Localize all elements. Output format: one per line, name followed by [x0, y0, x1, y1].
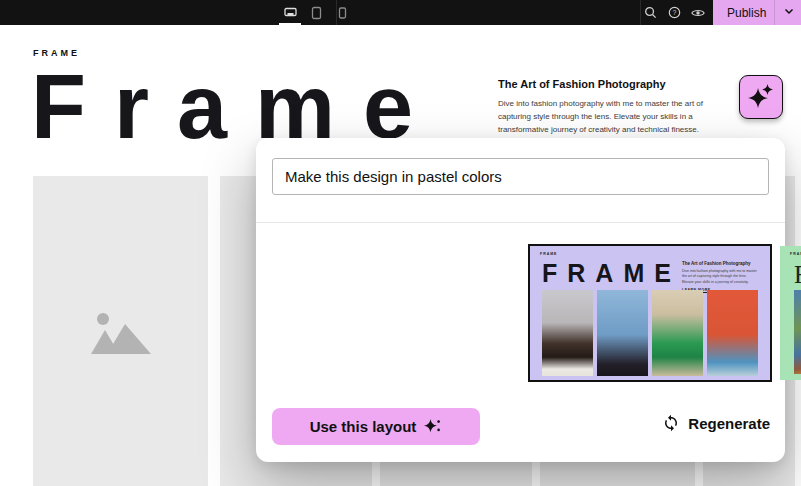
variant-photo-row: [794, 290, 801, 374]
figma-sites-editor: ? Publish FRAME Frame The Art of Fashion…: [0, 0, 801, 486]
prompt-input[interactable]: [272, 158, 769, 195]
article-title: The Art of Fashion Photography: [498, 78, 712, 90]
regenerate-label: Regenerate: [688, 415, 770, 432]
article-block: The Art of Fashion Photography Dive into…: [498, 78, 712, 136]
publish-button[interactable]: Publish: [713, 0, 801, 25]
photo-green-pants-handbag: [652, 290, 703, 376]
tablet-icon: [311, 6, 322, 20]
svg-text:?: ?: [672, 9, 676, 16]
mobile-icon: [338, 7, 347, 19]
tab-desktop-preview[interactable]: [282, 0, 298, 25]
photo-arm-orange-ball: [794, 290, 801, 374]
regenerate-button[interactable]: Regenerate: [662, 414, 770, 432]
photo-model-orange-bg: [707, 290, 758, 376]
search-icon[interactable]: [643, 6, 657, 20]
toolbar-divider: [336, 0, 337, 25]
layout-variant-lilac[interactable]: FRAME FRAME The Art of Fashion Photograp…: [528, 244, 772, 382]
variant-corner-label: FRAME: [790, 252, 801, 256]
chevron-down-icon: [784, 8, 794, 15]
toolbar-right-actions: ?: [643, 0, 705, 25]
use-this-layout-label: Use this layout: [310, 418, 417, 435]
variant-article-block: The Art of Fashion Photography Dive into…: [682, 261, 758, 292]
variant-article-title: The Art of Fashion Photography: [682, 261, 758, 266]
help-icon[interactable]: ?: [667, 6, 681, 20]
image-placeholder-block[interactable]: [33, 176, 208, 486]
refresh-icon: [662, 414, 680, 432]
dialog-divider: [256, 222, 785, 223]
variant-corner-label: FRAME: [540, 252, 557, 256]
photo-model-white-outfit: [542, 290, 593, 376]
top-toolbar: ? Publish: [0, 0, 801, 25]
use-this-layout-button[interactable]: Use this layout: [272, 408, 480, 445]
device-preview-tabs: [274, 0, 358, 25]
image-placeholder-icon: [89, 310, 153, 362]
variant-brand-heading: FRAME: [794, 261, 801, 289]
publish-button-divider: [774, 0, 775, 25]
publish-button-label: Publish: [713, 6, 766, 20]
desktop-icon: [283, 7, 298, 19]
article-body: Dive into fashion photography with me to…: [498, 98, 712, 136]
ai-assistant-button[interactable]: [739, 75, 783, 119]
photo-model-blue-sky: [597, 290, 648, 376]
active-tab-indicator: [279, 23, 301, 25]
sparkle-icon: [423, 417, 442, 436]
toolbar-divider: [640, 0, 641, 25]
eye-icon[interactable]: [691, 6, 705, 20]
variant-article-body: Dive into fashion photography with me to…: [682, 269, 758, 285]
tab-tablet-preview[interactable]: [308, 0, 324, 25]
layout-variant-mint[interactable]: FRAME FRAME The Art of Fashion Photograp…: [780, 246, 801, 380]
variant-brand-heading: FRAME: [542, 259, 681, 288]
sparkles-icon: [746, 82, 776, 112]
ai-assistant-dialog: FRAME FRAME The Art of Fashion Photograp…: [256, 138, 785, 462]
variant-photo-row: [542, 290, 758, 376]
